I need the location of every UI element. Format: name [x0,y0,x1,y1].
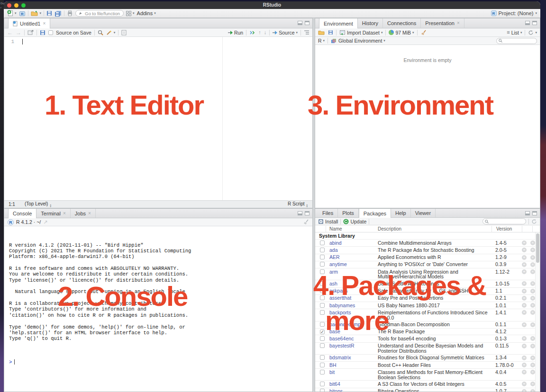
column-header-name[interactable]: Name [329,226,342,232]
tab-jobs[interactable]: Jobs× [71,209,96,218]
install-button[interactable]: Install [318,219,338,224]
package-name-link[interactable]: askpass [329,288,378,294]
maximize-pane-icon[interactable] [532,211,537,215]
maximize-pane-icon[interactable] [305,211,309,215]
package-website-icon[interactable]: ≡ [522,303,527,308]
package-remove-icon[interactable]: × [530,356,535,360]
package-website-icon[interactable]: ≡ [522,336,527,341]
tab-presentation[interactable]: Presentation× [421,18,464,28]
package-checkbox[interactable] [320,355,325,360]
save-button[interactable] [46,10,52,16]
package-name-link[interactable]: ada [329,248,378,253]
go-to-next-chunk-icon[interactable]: ↓ [264,30,267,35]
new-project-button[interactable]: R [19,10,26,17]
package-checkbox[interactable] [320,248,325,252]
open-in-new-window-icon[interactable] [27,30,34,35]
package-remove-icon[interactable]: × [530,281,535,286]
package-name-link[interactable]: babynames [329,303,378,308]
package-remove-icon[interactable]: × [530,370,535,374]
package-checkbox[interactable] [320,255,325,259]
close-icon[interactable]: × [457,21,460,26]
package-remove-icon[interactable]: × [530,389,535,392]
back-icon[interactable]: ← [7,30,13,36]
scope-selector[interactable]: (Top Level)▲▼ [25,201,52,208]
package-remove-icon[interactable]: × [530,382,535,386]
package-name-link[interactable]: base [329,329,378,334]
source-button[interactable]: Source ▾ [273,30,298,36]
package-checkbox[interactable] [320,389,325,392]
compile-report-icon[interactable] [121,30,127,36]
package-name-link[interactable]: bitops [329,389,378,392]
package-name-link[interactable]: AER [329,255,378,260]
open-in-new-icon[interactable]: ↗ [43,220,47,225]
package-website-icon[interactable]: ≡ [522,248,527,252]
tab-viewer[interactable]: Viewer [411,209,436,217]
goto-file-input[interactable]: Go to file/function [75,10,124,17]
find-replace-icon[interactable] [98,30,103,36]
tab-plots[interactable]: Plots [338,209,358,217]
package-website-icon[interactable]: ≡ [522,322,527,327]
package-checkbox[interactable] [320,303,325,308]
forward-icon[interactable]: → [16,30,21,36]
minimize-pane-icon[interactable] [298,211,302,215]
tab-environment[interactable]: Environment [319,18,358,28]
package-name-link[interactable]: bdsmatrix [329,355,378,360]
package-checkbox[interactable] [320,269,325,274]
clear-objects-broom-icon[interactable] [420,30,427,36]
package-checkbox[interactable] [320,281,325,286]
load-workspace-icon[interactable] [318,30,325,35]
package-name-link[interactable]: bit64 [329,382,378,387]
package-checkbox[interactable] [320,370,325,374]
package-website-icon[interactable]: ≡ [522,241,527,245]
file-type-selector[interactable]: R Script▲▼ [288,201,308,208]
package-website-icon[interactable]: ≡ [522,344,527,348]
package-name-link[interactable]: BH [329,363,378,368]
package-remove-icon[interactable]: × [530,248,535,252]
save-all-button[interactable] [55,10,62,17]
tab-history[interactable]: History [358,18,383,28]
tab-untitled1[interactable]: Untitled1 × [8,18,50,28]
package-checkbox[interactable] [320,310,325,315]
package-checkbox[interactable] [320,382,325,386]
package-checkbox[interactable] [320,363,325,367]
package-remove-icon[interactable]: × [530,322,535,327]
go-to-previous-chunk-icon[interactable]: ↑ [258,30,261,35]
maximize-pane-icon[interactable] [532,21,537,25]
package-name-link[interactable]: bit [329,370,378,375]
package-remove-icon[interactable]: × [530,289,535,294]
minimize-pane-icon[interactable] [298,21,302,25]
run-button[interactable]: Run [228,30,243,36]
package-website-icon[interactable]: ≡ [522,289,527,294]
scrollbar-thumb[interactable] [536,233,539,263]
package-checkbox[interactable]: ✓ [320,330,325,334]
package-remove-icon[interactable]: × [530,310,535,315]
package-name-link[interactable]: base64enc [329,336,378,341]
package-name-link[interactable]: bacondecomp [329,322,378,327]
close-icon[interactable]: × [63,211,66,216]
package-remove-icon[interactable]: × [530,296,535,301]
package-remove-icon[interactable]: × [530,303,535,308]
packages-scrollbar[interactable] [535,232,540,392]
minimize-pane-icon[interactable] [525,211,530,215]
column-header-version[interactable]: Version [496,226,512,232]
open-file-button[interactable]: ▾ [31,10,42,16]
project-menu-button[interactable]: R Project: (None) ▾ [491,10,537,16]
save-icon[interactable] [40,30,46,36]
package-website-icon[interactable]: ≡ [522,262,527,267]
package-website-icon[interactable]: ≡ [522,255,527,260]
package-website-icon[interactable]: ≡ [522,382,527,386]
column-header-description[interactable]: Description [378,226,401,232]
package-remove-icon[interactable]: × [530,255,535,260]
environment-scope-selector[interactable]: Global Environment ▾ [331,38,385,44]
package-name-link[interactable]: ash [329,281,378,286]
import-dataset-button[interactable]: Import Dataset ▾ [339,30,382,36]
workspace-panes-button[interactable]: ▾ [126,11,135,16]
package-website-icon[interactable]: ≡ [522,269,527,274]
document-outline-icon[interactable] [304,30,309,35]
package-remove-icon[interactable]: × [530,363,535,367]
package-checkbox[interactable] [320,322,325,327]
refresh-environment-button[interactable]: ▾ [528,30,537,36]
minimize-pane-icon[interactable] [525,21,530,25]
package-remove-icon[interactable]: × [530,344,535,348]
package-checkbox[interactable] [320,241,325,245]
